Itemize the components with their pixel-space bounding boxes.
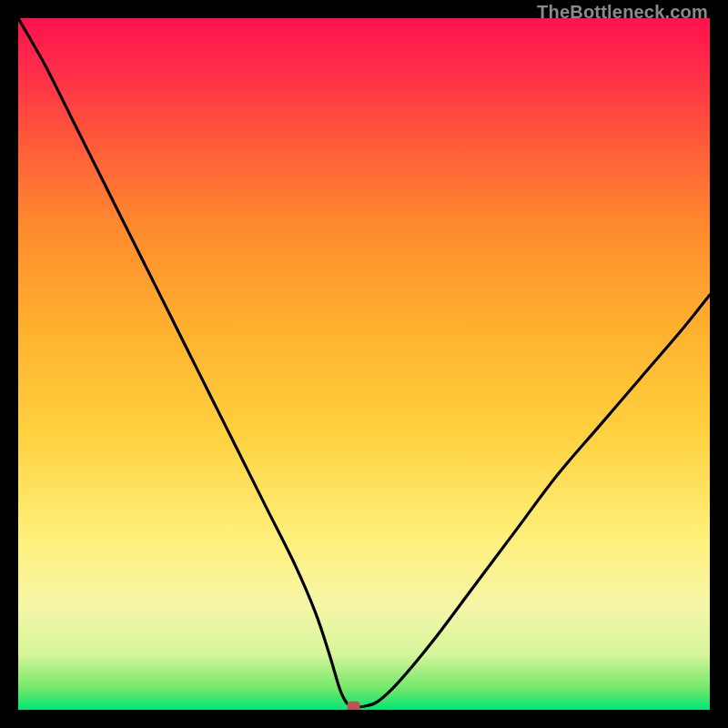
gradient-background: [18, 18, 710, 710]
chart-canvas: [18, 18, 710, 710]
chart-frame: TheBottleneck.com: [0, 0, 728, 728]
plot-area: [18, 18, 710, 710]
optimal-marker: [348, 702, 360, 710]
